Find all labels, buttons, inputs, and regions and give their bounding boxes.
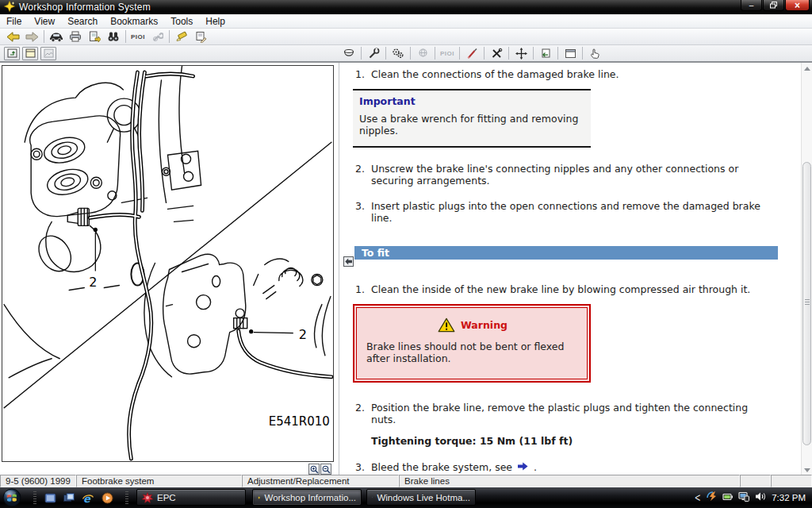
task-workshop-information[interactable]: Workshop Informatio...	[252, 489, 362, 506]
zoom-in-button[interactable]	[308, 464, 320, 475]
toolbar-separator	[435, 47, 435, 60]
media-player-button[interactable]	[100, 491, 114, 504]
menu-tools[interactable]: Tools	[164, 14, 199, 28]
wrench-button[interactable]	[364, 46, 383, 61]
menu-bookmarks[interactable]: Bookmarks	[104, 14, 164, 28]
warning-body: Brake lines should not be bent or flexed…	[366, 341, 566, 364]
note-hand-button[interactable]	[191, 29, 210, 44]
show-desktop-button[interactable]	[43, 491, 57, 504]
status-system: Footbrake system	[76, 475, 242, 487]
toolbar-separator	[557, 47, 558, 60]
hand-pointer-button[interactable]	[585, 46, 604, 61]
vehicle-button[interactable]	[47, 29, 66, 44]
back-arrow-icon	[6, 32, 20, 42]
print-button[interactable]	[66, 29, 85, 44]
callout-2-bottom: 2	[299, 327, 307, 342]
tray-expand-chevron[interactable]: <	[695, 491, 700, 505]
restore-icon	[770, 2, 778, 9]
fit-step-2: 2. Position the brake line, remove the p…	[355, 402, 772, 425]
scroll-up-button[interactable]	[802, 63, 812, 74]
step-text: Position the brake line, remove the plas…	[371, 402, 772, 425]
taskband-handle[interactable]	[125, 491, 128, 504]
main-toolbar: PIOI	[0, 29, 812, 45]
status-extra-2	[771, 475, 812, 487]
brush-button[interactable]	[462, 46, 481, 61]
close-button[interactable]: ×	[785, 0, 810, 11]
toolbar-separator	[508, 47, 509, 60]
minimize-button[interactable]: –	[741, 0, 762, 11]
zoom-out-button[interactable]	[320, 464, 331, 475]
menu-view[interactable]: View	[28, 14, 61, 28]
window-view-button[interactable]	[561, 46, 580, 61]
start-button[interactable]	[2, 488, 21, 508]
pioi-button[interactable]: PIOI	[128, 29, 147, 44]
toolbar-separator	[582, 47, 583, 60]
task-label: EPC	[157, 493, 176, 502]
highlighter-pen-icon	[175, 31, 188, 42]
quick-launch-handle[interactable]	[33, 491, 36, 504]
step-number: 3.	[355, 200, 371, 224]
task-epc[interactable]: EPC	[136, 489, 246, 506]
illustration-panel: 2 2 E541R010	[2, 65, 334, 462]
step-text: Clean the inside of the new brake line b…	[371, 283, 772, 295]
connection-manager-icon[interactable]	[706, 491, 717, 505]
forward-button[interactable]	[22, 29, 41, 44]
warning-title: Warning	[461, 319, 508, 331]
export-document-button[interactable]	[85, 29, 104, 44]
panel-splitter[interactable]	[339, 63, 339, 475]
globe-disabled-icon	[417, 48, 429, 59]
toolbar-separator	[459, 47, 460, 60]
scroll-down-icon	[804, 468, 810, 472]
menu-bar: File View Search Bookmarks Tools Help	[0, 14, 812, 29]
internet-explorer-button[interactable]: e	[81, 491, 95, 504]
step-number: 1.	[355, 283, 371, 295]
restore-button[interactable]	[763, 0, 784, 11]
figure-nav-button[interactable]	[4, 47, 20, 60]
important-box: Important Use a brake wrench for fitting…	[353, 89, 591, 148]
menu-help[interactable]: Help	[199, 14, 232, 28]
tools-button[interactable]	[487, 46, 506, 61]
show-desktop-icon	[44, 493, 56, 503]
battery-icon[interactable]	[722, 491, 733, 505]
step-number: 1.	[355, 68, 371, 80]
pioi-button-disabled: PIOI	[438, 46, 457, 61]
scroll-up-icon	[804, 67, 810, 71]
step-text-before-link: Bleed the brake system, see	[371, 461, 512, 473]
pioi-badge-disabled: PIOI	[440, 50, 454, 57]
vertical-scrollbar[interactable]	[801, 63, 812, 475]
brake-line-illustration: 2 2 E541R010	[2, 66, 333, 461]
task-label: Workshop Informatio...	[265, 493, 356, 502]
step-text: Clean the connections of the damaged bra…	[371, 68, 772, 80]
menu-search[interactable]: Search	[61, 14, 104, 28]
torque-note: Tightening torque: 15 Nm (11 lbf ft)	[371, 435, 573, 447]
search-binoculars-button[interactable]	[104, 29, 123, 44]
back-button[interactable]	[3, 29, 22, 44]
menu-file[interactable]: File	[0, 14, 28, 28]
warning-box: Warning Brake lines should not be bent o…	[353, 304, 591, 383]
pan-move-button[interactable]	[511, 46, 530, 61]
illustration-toolbar	[0, 47, 339, 60]
network-display-icon[interactable]	[738, 491, 749, 505]
toolbar-separator	[484, 47, 485, 60]
globe-button-disabled	[413, 46, 432, 61]
toolbar-separator	[385, 47, 386, 60]
scroll-down-button[interactable]	[802, 464, 812, 475]
flip3d-button[interactable]	[62, 491, 76, 504]
fit-step-3: 3. Bleed the brake system, see .	[355, 461, 537, 473]
ie-icon-small: e	[372, 492, 373, 503]
binoculars-icon	[107, 31, 120, 42]
page-return-button[interactable]	[536, 46, 555, 61]
highlighter-button[interactable]	[172, 29, 191, 44]
task-windows-live-hotmail[interactable]: e Windows Live Hotma...	[366, 489, 476, 506]
gears-button[interactable]	[389, 46, 408, 61]
see-reference-link[interactable]	[518, 461, 528, 473]
pot-button[interactable]	[339, 46, 358, 61]
hand-pointer-icon	[589, 48, 600, 59]
panel-layout-icon	[25, 48, 36, 58]
volume-icon[interactable]	[755, 491, 766, 505]
jump-back-button[interactable]	[343, 256, 354, 267]
toolbar-separator	[361, 47, 362, 60]
scrollbar-thumb[interactable]	[802, 162, 811, 445]
panel-layout-button[interactable]	[22, 47, 38, 60]
taskbar-clock[interactable]: 7:32 PM	[772, 493, 806, 502]
